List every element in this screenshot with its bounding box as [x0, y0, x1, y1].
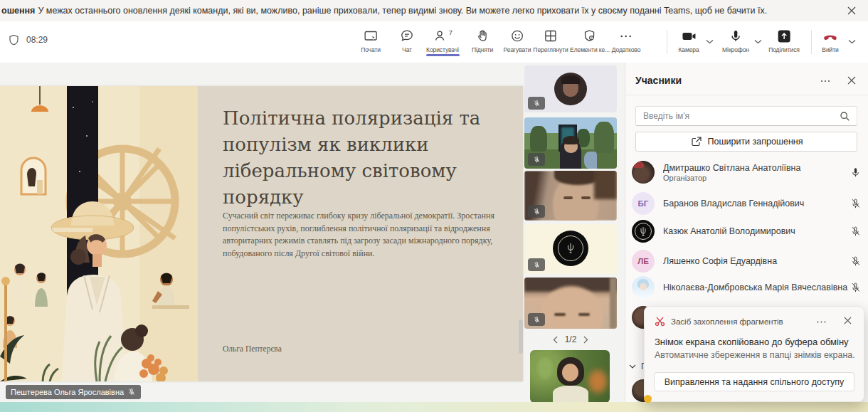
microphone-chevron-icon[interactable] — [754, 39, 762, 44]
camera-icon — [680, 28, 697, 44]
toolbar-separator — [811, 30, 812, 54]
page-indicator: 1/2 — [565, 334, 577, 344]
participant-search-input[interactable]: Введіть ім'я — [635, 106, 857, 126]
raise-hand-icon — [475, 28, 489, 44]
toolbar-button-control-elements[interactable]: Елементи ке... — [570, 28, 610, 58]
react-icon — [510, 28, 525, 44]
video-tile-5[interactable] — [524, 278, 617, 329]
page-next-icon[interactable] — [583, 336, 588, 344]
microphone-icon — [729, 28, 743, 44]
panel-more-icon[interactable] — [820, 75, 831, 87]
shield-icon — [9, 34, 19, 46]
panel-divider — [625, 95, 868, 95]
toolbar-button-camera[interactable]: Камера — [678, 28, 699, 58]
banner-close-icon[interactable] — [847, 6, 857, 16]
toast-message: Знімок екрана скопійовано до буфера обмі… — [655, 337, 849, 347]
muted-mic-badge — [528, 97, 545, 110]
slide-body: Сучасний світ переживає глибоку кризу лі… — [223, 210, 500, 260]
muted-mic-badge — [528, 313, 545, 326]
toolbar-button-leave[interactable]: Вийти — [822, 28, 839, 58]
chat-icon — [400, 28, 415, 44]
banner-text: ошенняУ межах останнього оновлення деякі… — [1, 6, 767, 16]
participant-name: Ніколаєва-Домбровська Марія Вячеславівна — [663, 282, 848, 292]
video-tile-1[interactable] — [524, 65, 617, 112]
toast-action-button[interactable]: Виправлення та надання спільного доступу — [654, 372, 854, 391]
toolbar-button-view[interactable]: Переглянути — [533, 28, 568, 58]
avatar — [632, 220, 655, 243]
leave-chevron-icon[interactable] — [848, 39, 856, 44]
people-count-badge: 7 — [449, 28, 452, 36]
video-pagination: 1/2 — [524, 333, 617, 346]
participant-row[interactable]: ЛЕ Ляшенко Софія Едуардівна — [632, 247, 867, 275]
toolbar-button-more[interactable]: Додатково — [612, 28, 641, 58]
participant-name: Казюк Анатолій Володимирович — [663, 226, 848, 236]
toolbar-separator — [667, 30, 667, 54]
search-placeholder: Введіть ім'я — [643, 111, 840, 121]
toolbar-button-microphone[interactable]: Мікрофон — [722, 28, 749, 58]
reaction-emoji — [644, 395, 652, 403]
meeting-timer: 08:29 — [9, 34, 48, 46]
avatar — [632, 161, 655, 184]
muted-mic-icon — [127, 388, 136, 396]
page-prev-icon[interactable] — [553, 336, 558, 344]
toolbar-button-raise-hand[interactable]: Підняти — [472, 28, 493, 58]
toolbar-button-react[interactable]: Реагувати — [504, 28, 531, 58]
avatar — [632, 276, 655, 299]
slide-title: Політична поляризація та популізм як вик… — [223, 105, 497, 211]
toast-close-icon[interactable] — [843, 316, 852, 325]
participant-role: Організатор — [663, 174, 848, 182]
avatar — [554, 73, 587, 105]
participant-row[interactable]: Казюк Анатолій Володимирович — [632, 217, 867, 245]
chevron-down-icon — [629, 364, 636, 369]
video-tile-presenter[interactable] — [530, 350, 610, 403]
participant-row[interactable]: Ніколаєва-Домбровська Марія Вячеславівна — [632, 273, 867, 302]
search-icon — [840, 111, 850, 122]
people-icon: 7 — [433, 28, 452, 44]
participant-name: Баранов Владислав Геннадійович — [663, 199, 848, 208]
participant-row[interactable]: Дмитрашко Світлана АнатоліївнаОрганізато… — [632, 158, 867, 186]
toast-more-icon[interactable] — [816, 317, 827, 327]
muted-mic-badge — [528, 205, 545, 218]
toolbar-button-people[interactable]: 7 Користувачі — [426, 28, 459, 58]
camera-chevron-icon[interactable] — [706, 39, 714, 44]
snipping-tool-icon — [655, 316, 665, 327]
active-speaker-label: Пештерева Ольга Ярославівна — [6, 385, 141, 399]
mic-muted-icon[interactable] — [848, 226, 862, 238]
stage-scrollbar[interactable] — [519, 319, 523, 354]
toolbar-button-share[interactable]: Поділитися — [768, 28, 800, 58]
active-tab-underline — [426, 54, 460, 56]
slide-illustration — [0, 86, 198, 381]
avatar: ЛЕ — [632, 250, 655, 273]
avatar — [553, 231, 588, 266]
view-icon — [543, 28, 558, 44]
share-invite-button[interactable]: Поширити запрошення — [635, 132, 857, 152]
toast-app-row: Засіб захоплення фрагментів — [655, 316, 783, 327]
more-icon — [619, 28, 633, 44]
video-tile-2[interactable] — [524, 117, 617, 169]
snipping-tool-toast: Засіб захоплення фрагментів Знімок екран… — [644, 306, 864, 402]
share-invite-icon — [690, 136, 702, 148]
video-tile-3[interactable] — [524, 171, 617, 221]
mic-muted-icon[interactable] — [848, 282, 862, 294]
participant-name: Ляшенко Софія Едуардівна — [663, 256, 848, 266]
toolbar-button-chat[interactable]: Чат — [400, 28, 415, 58]
presentation-slide: Політична поляризація та популізм як вик… — [0, 86, 523, 381]
notification-banner: ошенняУ межах останнього оновлення деякі… — [0, 0, 868, 22]
muted-mic-badge — [528, 153, 545, 166]
panel-close-icon[interactable] — [847, 75, 857, 85]
control-elements-icon — [582, 28, 597, 44]
leave-icon — [822, 28, 839, 44]
participant-row[interactable]: БГ Баранов Владислав Геннадійович — [632, 189, 867, 218]
mic-muted-icon[interactable] — [848, 198, 862, 210]
mic-muted-icon[interactable] — [848, 255, 862, 268]
participant-name: Дмитрашко Світлана Анатоліївна — [663, 163, 848, 173]
toast-submessage: Автоматичне збереження в папці знімків е… — [655, 350, 855, 360]
video-tile-4[interactable] — [524, 224, 617, 274]
muted-mic-badge — [528, 258, 545, 271]
mic-on-icon[interactable] — [848, 167, 862, 179]
present-screen-icon — [363, 28, 379, 44]
panel-title: Учасники — [635, 75, 682, 86]
toolbar-button-start[interactable]: Почати — [361, 28, 381, 58]
share-icon — [777, 28, 791, 44]
background-window-strip — [0, 402, 868, 412]
